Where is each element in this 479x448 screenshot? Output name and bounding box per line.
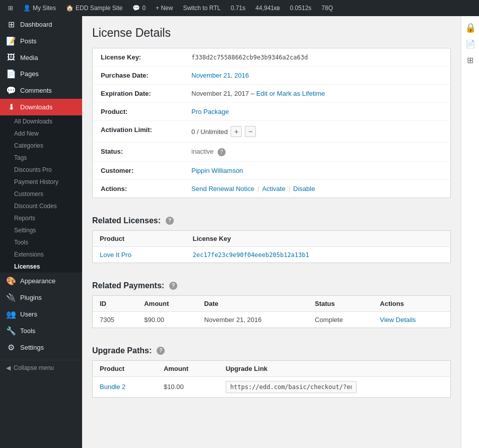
activation-plus-button[interactable]: + — [231, 126, 242, 137]
customer-value: Pippin Williamson — [183, 161, 450, 179]
sidebar-item-downloads[interactable]: ⬇ Downloads — [0, 99, 82, 115]
new-content-menu[interactable]: + New — [152, 0, 177, 16]
upgrade-product: Bundle 2 — [93, 376, 157, 397]
related-license-product-link[interactable]: Love It Pro — [100, 251, 131, 259]
payment-action: View Details — [373, 311, 450, 328]
related-payments-help-icon[interactable]: ? — [169, 282, 177, 290]
grid-icon[interactable]: ⊞ — [463, 52, 478, 68]
activation-minus-button[interactable]: − — [245, 126, 256, 137]
activation-controls: 0 / Unlimited + − — [191, 126, 442, 137]
disable-link[interactable]: Disable — [293, 185, 315, 193]
related-licenses-header-row: Product License Key — [93, 230, 451, 246]
purchase-date-link[interactable]: November 21, 2016 — [191, 72, 249, 79]
sidebar-item-users[interactable]: 👥 Users — [0, 306, 82, 323]
payment-status: Complete — [308, 311, 373, 328]
collapse-menu-button[interactable]: ◀ Collapse menu — [0, 360, 82, 375]
downloads-submenu: All Downloads Add New Categories Tags Di… — [0, 115, 82, 273]
license-details-table: License Key: f338d2c75588662cb9e3b9346a2… — [93, 48, 450, 198]
sidebar-item-payment-history[interactable]: Payment History — [0, 176, 82, 188]
actions-value: Send Renewal Notice | Activate | Disable — [183, 179, 450, 198]
sidebar-item-tags[interactable]: Tags — [0, 152, 82, 164]
payments-col-date: Date — [197, 295, 308, 311]
purchase-date-row: Purchase Date: November 21, 2016 — [93, 67, 450, 85]
sidebar-item-media[interactable]: 🖼 Media — [0, 49, 82, 66]
table-row: 7305 $90.00 November 21, 2016 Complete V… — [93, 311, 451, 328]
upgrade-product-link[interactable]: Bundle 2 — [100, 383, 125, 391]
tools-icon: 🔧 — [6, 326, 16, 336]
activate-link[interactable]: Activate — [262, 185, 285, 193]
sidebar-item-plugins[interactable]: 🔌 Plugins — [0, 289, 82, 306]
sidebar-item-appearance[interactable]: 🎨 Appearance — [0, 273, 82, 289]
sidebar-item-discount-codes[interactable]: Discount Codes — [0, 200, 82, 212]
users-icon: 👥 — [6, 309, 16, 319]
table-row: Love It Pro 2ec17fe23c9e90f04eeeb205b12a… — [93, 246, 451, 263]
perf-query-time: 0.0512s — [286, 0, 316, 16]
related-license-key-link[interactable]: 2ec17fe23c9e90f04eeeb205b12a13b1 — [193, 251, 309, 259]
site-name[interactable]: 🏠 EDD Sample Site — [62, 0, 126, 16]
edit-lifetime-link[interactable]: Edit or Mark as Lifetime — [256, 90, 325, 97]
wp-logo[interactable]: ⊞ — [4, 0, 17, 16]
sidebar-item-all-downloads[interactable]: All Downloads — [0, 115, 82, 127]
sidebar-item-tools[interactable]: Tools — [0, 236, 82, 248]
status-help-icon[interactable]: ? — [218, 148, 226, 156]
customer-label: Customer: — [93, 161, 183, 179]
upgrade-col-amount: Amount — [157, 360, 219, 376]
upgrade-paths-table: Product Amount Upgrade Link Bundle 2 $10… — [92, 360, 451, 398]
page-icon[interactable]: 📄 — [463, 36, 478, 51]
related-licenses-col-product: Product — [93, 230, 186, 246]
upgrade-paths-body: Bundle 2 $10.00 — [93, 376, 451, 397]
expiration-date-label: Expiration Date: — [93, 85, 183, 103]
lock-icon[interactable]: 🔒 — [463, 20, 478, 35]
sidebar-item-dashboard[interactable]: ⊞ Dashboard — [0, 16, 82, 33]
status-value: inactive ? — [183, 143, 450, 162]
settings-icon: ⚙ — [6, 343, 16, 352]
product-link[interactable]: Pro Package — [191, 108, 229, 115]
send-renewal-link[interactable]: Send Renewal Notice — [191, 185, 254, 193]
view-details-link[interactable]: View Details — [380, 316, 416, 324]
main-content: License Details License Key: f338d2c7558… — [82, 16, 461, 448]
related-licenses-table: Product License Key Love It Pro 2ec17fe2… — [92, 230, 451, 263]
payment-amount: $90.00 — [137, 311, 197, 328]
status-label: Status: — [93, 143, 183, 162]
related-license-product: Love It Pro — [93, 246, 186, 263]
activation-limit-label: Activation Limit: — [93, 121, 183, 143]
sidebar-item-add-new[interactable]: Add New — [0, 127, 82, 140]
sidebar-item-pages[interactable]: 📄 Pages — [0, 66, 82, 82]
sidebar-item-reports[interactable]: Reports — [0, 212, 82, 224]
related-licenses-help-icon[interactable]: ? — [166, 217, 174, 225]
plugins-icon: 🔌 — [6, 293, 16, 302]
sidebar-item-customers[interactable]: Customers — [0, 188, 82, 200]
sidebar-item-licenses[interactable]: Licenses — [0, 261, 82, 273]
sidebar-item-settings2[interactable]: ⚙ Settings — [0, 339, 82, 356]
related-licenses-heading: Related Licenses: ? — [92, 208, 451, 230]
payments-col-status: Status — [308, 295, 373, 311]
comments-menu[interactable]: 💬 0 — [128, 0, 150, 16]
purchase-date-label: Purchase Date: — [93, 67, 183, 85]
sidebar-item-categories[interactable]: Categories — [0, 140, 82, 152]
upgrade-paths-help-icon[interactable]: ? — [157, 347, 165, 355]
my-sites-menu[interactable]: 👤 My Sites — [19, 0, 60, 16]
switch-rtl[interactable]: Switch to RTL — [179, 0, 224, 16]
upgrade-link-input[interactable] — [226, 381, 357, 393]
appearance-icon: 🎨 — [6, 276, 16, 286]
activation-limit-row: Activation Limit: 0 / Unlimited + − — [93, 121, 450, 143]
product-row: Product: Pro Package — [93, 103, 450, 121]
upgrade-paths-header-row: Product Amount Upgrade Link — [93, 360, 451, 376]
related-license-key: 2ec17fe23c9e90f04eeeb205b12a13b1 — [186, 246, 451, 263]
sidebar-item-extensions[interactable]: Extensions — [0, 248, 82, 261]
expiration-date-row: Expiration Date: November 21, 2017 – Edi… — [93, 85, 450, 103]
related-licenses-body: Love It Pro 2ec17fe23c9e90f04eeeb205b12a… — [93, 246, 451, 263]
sidebar-item-posts[interactable]: 📝 Posts — [0, 33, 82, 49]
sidebar-item-settings[interactable]: Settings — [0, 224, 82, 236]
sidebar-item-comments[interactable]: 💬 Comments — [0, 82, 82, 99]
posts-icon: 📝 — [6, 36, 16, 46]
related-payments-table: ID Amount Date Status Actions 7305 $90.0… — [92, 295, 451, 328]
sidebar-item-discounts-pro[interactable]: Discounts Pro — [0, 164, 82, 176]
upgrade-link-cell — [219, 376, 451, 397]
perf-queries: 78Q — [317, 0, 337, 16]
perf-time: 0.71s — [227, 0, 249, 16]
customer-link[interactable]: Pippin Williamson — [191, 167, 243, 174]
sidebar-item-tools2[interactable]: 🔧 Tools — [0, 323, 82, 339]
customer-row: Customer: Pippin Williamson — [93, 161, 450, 179]
payments-col-amount: Amount — [137, 295, 197, 311]
